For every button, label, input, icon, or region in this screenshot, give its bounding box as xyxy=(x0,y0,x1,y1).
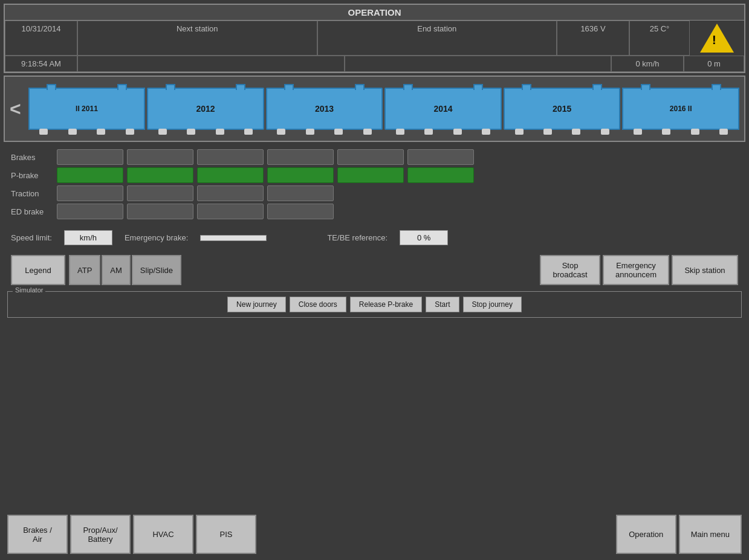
train-car-2016: 2016 II xyxy=(622,88,739,130)
distance-cell: 0 m xyxy=(684,56,744,72)
brakes-ind-4 xyxy=(267,149,334,165)
atp-button[interactable]: ATP xyxy=(69,255,100,285)
release-pbrake-button[interactable]: Release P-brake xyxy=(350,297,422,312)
brakes-ind-3 xyxy=(197,149,264,165)
right-controls: Stop broadcast Emergency announcem Skip … xyxy=(540,255,738,285)
traction-label: Traction xyxy=(11,189,53,198)
traction-ind-4 xyxy=(267,185,334,201)
temp-cell: 25 C° xyxy=(629,21,690,56)
header-row-2: 9:18:54 AM 0 km/h 0 m xyxy=(5,56,744,72)
speed-cell: 0 km/h xyxy=(611,56,684,72)
next-station-value xyxy=(77,56,345,72)
am-button[interactable]: AM xyxy=(102,255,131,285)
time-cell: 9:18:54 AM xyxy=(5,56,77,72)
brakes-air-button[interactable]: Brakes / Air xyxy=(7,515,68,554)
edbrake-label: ED brake xyxy=(11,207,53,216)
traction-row: Traction xyxy=(11,185,738,201)
brakes-ind-5 xyxy=(337,149,404,165)
emergency-brake-value xyxy=(200,235,267,241)
close-doors-button[interactable]: Close doors xyxy=(290,297,346,312)
brakes-ind-6 xyxy=(407,149,474,165)
edbrake-ind-4 xyxy=(267,204,334,219)
pbrake-ind-2 xyxy=(127,167,193,183)
train-section: < II 2011 2012 2013 2014 2015 xyxy=(4,76,745,142)
control-section: Legend ATP AM Slip/Slide Stop broadcast … xyxy=(4,251,745,289)
warning-cell xyxy=(690,21,744,56)
next-station-cell: Next station xyxy=(77,21,317,56)
edbrake-row: ED brake xyxy=(11,204,738,219)
mode-buttons: ATP AM Slip/Slide xyxy=(69,255,181,285)
brakes-label: Brakes xyxy=(11,153,53,162)
status-section: Brakes P-brake Traction xyxy=(4,144,745,224)
warning-icon xyxy=(700,24,734,53)
simulator-section: Simulator New journey Close doors Releas… xyxy=(7,291,742,318)
operation-button[interactable]: Operation xyxy=(616,515,676,554)
tebe-value: 0 % xyxy=(400,230,448,245)
pbrake-ind-4 xyxy=(267,167,334,183)
end-station-value xyxy=(345,56,612,72)
speed-limit-value: km/h xyxy=(64,230,112,245)
pbrake-ind-5 xyxy=(337,167,404,183)
prop-aux-button[interactable]: Prop/Aux/ Battery xyxy=(70,515,131,554)
voltage-cell: 1636 V xyxy=(557,21,629,56)
header-row-1: 10/31/2014 Next station End station 1636… xyxy=(5,21,744,56)
end-station-cell: End station xyxy=(317,21,557,56)
edbrake-ind-1 xyxy=(57,204,123,219)
train-car-2015: 2015 xyxy=(504,88,621,130)
traction-ind-3 xyxy=(197,185,264,201)
simulator-buttons: New journey Close doors Release P-brake … xyxy=(13,294,736,315)
train-direction-arrow: < xyxy=(10,98,21,120)
pbrake-row: P-brake xyxy=(11,167,738,183)
simulator-label: Simulator xyxy=(13,286,45,294)
start-button[interactable]: Start xyxy=(426,297,459,312)
pbrake-ind-3 xyxy=(197,167,264,183)
pbrake-label: P-brake xyxy=(11,171,53,180)
train-car-2013: 2013 xyxy=(266,88,383,130)
traction-ind-1 xyxy=(57,185,123,201)
brakes-row: Brakes xyxy=(11,149,738,165)
train-car-2012: 2012 xyxy=(147,88,264,130)
brakes-ind-1 xyxy=(57,149,123,165)
hvac-button[interactable]: HVAC xyxy=(133,515,193,554)
emergency-brake-label: Emergency brake: xyxy=(125,233,189,242)
skip-station-button[interactable]: Skip station xyxy=(672,255,738,285)
pbrake-ind-6 xyxy=(407,167,474,183)
stop-journey-button[interactable]: Stop journey xyxy=(463,297,522,312)
speed-section: Speed limit: km/h Emergency brake: TE/BE… xyxy=(4,227,745,249)
speed-limit-label: Speed limit: xyxy=(11,233,52,242)
legend-button[interactable]: Legend xyxy=(11,255,65,285)
date-cell: 10/31/2014 xyxy=(5,21,77,56)
edbrake-ind-2 xyxy=(127,204,193,219)
traction-ind-2 xyxy=(127,185,193,201)
main-menu-button[interactable]: Main menu xyxy=(679,515,742,554)
stop-broadcast-button[interactable]: Stop broadcast xyxy=(540,255,600,285)
pis-button[interactable]: PIS xyxy=(196,515,256,554)
brakes-ind-2 xyxy=(127,149,193,165)
bottom-nav: Brakes / Air Prop/Aux/ Battery HVAC PIS … xyxy=(4,512,745,556)
tebe-label: TE/BE reference: xyxy=(327,233,387,242)
slip-slide-button[interactable]: Slip/Slide xyxy=(132,255,181,285)
emergency-announcement-button[interactable]: Emergency announcem xyxy=(603,255,669,285)
header-section: OPERATION 10/31/2014 Next station End st… xyxy=(4,4,745,73)
new-journey-button[interactable]: New journey xyxy=(227,297,286,312)
train-cars: II 2011 2012 2013 2014 2015 2016 II xyxy=(28,88,739,130)
pbrake-ind-1 xyxy=(57,167,123,183)
train-car-2014: 2014 xyxy=(384,88,502,130)
header-rows: 10/31/2014 Next station End station 1636… xyxy=(5,21,744,72)
edbrake-ind-3 xyxy=(197,204,264,219)
train-car-2011: II 2011 xyxy=(28,88,146,130)
page-title: OPERATION xyxy=(5,5,744,21)
